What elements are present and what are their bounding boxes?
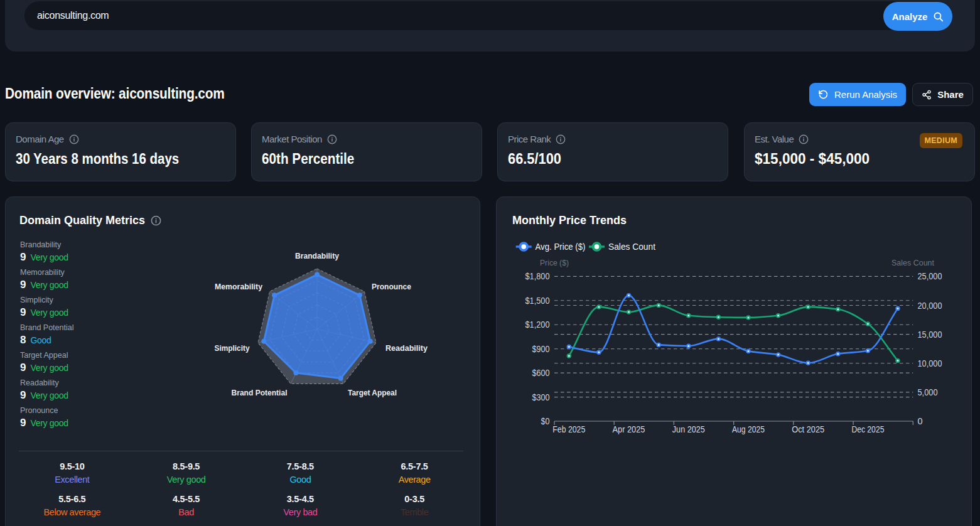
- svg-text:5,000: 5,000: [918, 387, 938, 397]
- svg-text:15,000: 15,000: [918, 330, 942, 340]
- svg-text:Brandability: Brandability: [295, 251, 339, 260]
- svg-text:Dec 2025: Dec 2025: [851, 424, 884, 434]
- svg-text:20,000: 20,000: [918, 301, 942, 311]
- svg-text:$900: $900: [532, 344, 550, 354]
- svg-text:Feb 2025: Feb 2025: [552, 424, 585, 434]
- svg-text:Pronounce: Pronounce: [372, 282, 411, 291]
- svg-text:Sales Count: Sales Count: [608, 242, 655, 252]
- svg-text:Readability: Readability: [385, 343, 428, 353]
- svg-text:Jun 2025: Jun 2025: [672, 424, 705, 434]
- svg-text:Apr 2025: Apr 2025: [613, 424, 645, 434]
- svg-text:Simplicity: Simplicity: [215, 343, 250, 353]
- svg-text:Price ($): Price ($): [540, 258, 569, 267]
- svg-text:$0: $0: [541, 416, 550, 426]
- svg-text:25,000: 25,000: [918, 271, 942, 281]
- svg-text:Oct 2025: Oct 2025: [792, 424, 824, 434]
- svg-text:Aug 2025: Aug 2025: [732, 424, 765, 434]
- svg-text:Sales Count: Sales Count: [891, 258, 934, 267]
- svg-text:Target Appeal: Target Appeal: [348, 388, 397, 397]
- svg-text:Brand Potential: Brand Potential: [232, 388, 288, 397]
- svg-text:$1,800: $1,800: [525, 271, 550, 281]
- svg-text:$1,500: $1,500: [525, 296, 550, 306]
- svg-text:$600: $600: [532, 368, 550, 378]
- svg-text:Memorability: Memorability: [215, 282, 262, 291]
- svg-text:0: 0: [918, 416, 923, 426]
- svg-text:Avg. Price ($): Avg. Price ($): [536, 242, 586, 252]
- svg-text:$1,200: $1,200: [525, 319, 550, 330]
- svg-text:10,000: 10,000: [918, 358, 942, 368]
- svg-text:$300: $300: [532, 392, 550, 402]
